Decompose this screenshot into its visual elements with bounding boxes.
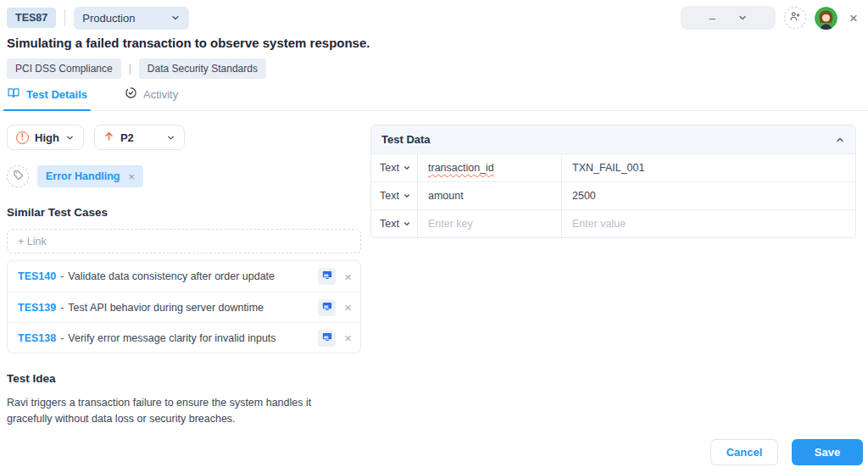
data-type-select[interactable]: Text	[371, 154, 418, 181]
test-case-title: Verify error message clarity for invalid…	[68, 332, 275, 344]
dash-separator: -	[60, 332, 64, 344]
priority-select[interactable]: P2	[94, 125, 185, 150]
data-key-field[interactable]: Enter key	[418, 210, 562, 237]
data-key-placeholder: Enter key	[428, 218, 473, 230]
dash-separator: -	[60, 302, 64, 314]
data-key-value: transaction_id	[428, 162, 494, 174]
chevron-down-icon	[403, 192, 411, 200]
chevron-down-icon	[403, 220, 411, 228]
test-data-row: Text transaction_id TXN_FAIL_001	[371, 153, 855, 181]
data-key-field[interactable]: amount	[418, 182, 562, 209]
test-data-row: Text amount 2500	[371, 181, 855, 209]
row-actions: ×	[318, 268, 352, 285]
test-data-title: Test Data	[381, 133, 431, 146]
data-value-field[interactable]: Enter value	[562, 210, 855, 237]
chevron-down-icon	[403, 164, 411, 172]
topbar-divider	[64, 9, 65, 26]
monitor-icon	[321, 331, 333, 345]
test-case-detail-page: TES87 Production –	[0, 0, 868, 473]
row-actions: ×	[318, 299, 352, 316]
unlink-icon[interactable]: ×	[344, 300, 352, 314]
tab-test-details[interactable]: Test Details	[7, 86, 87, 110]
tag-chip-error-handling[interactable]: Error Handling ×	[37, 165, 143, 187]
tab-label: Activity	[143, 88, 178, 101]
close-icon[interactable]: ×	[846, 9, 861, 27]
activity-icon	[125, 86, 137, 102]
data-key-value: amount	[428, 190, 464, 202]
open-preview-button[interactable]	[318, 268, 336, 285]
content: ! High P2	[0, 111, 868, 428]
alert-circle-icon: !	[16, 131, 29, 144]
test-idea-heading: Test Idea	[7, 372, 361, 385]
test-case-id-link[interactable]: TES140	[18, 270, 56, 282]
add-assignee-button[interactable]	[784, 7, 806, 29]
test-id-badge: TES87	[7, 8, 56, 28]
data-type-select[interactable]: Text	[371, 182, 418, 209]
labels-row: PCI DSS Compliance | Data Security Stand…	[0, 50, 868, 79]
book-icon	[7, 86, 20, 102]
test-data-row: Text Enter key Enter value	[371, 209, 855, 237]
similar-test-case-list: TES140 - Validate data consistency after…	[7, 260, 361, 353]
test-data-panel: Test Data Text transaction_id TXN_FAIL_0…	[370, 125, 856, 238]
page-title: Simulating a failed transaction to obser…	[0, 29, 868, 50]
link-test-case-input[interactable]: + Link	[7, 229, 361, 253]
add-tag-button[interactable]	[7, 165, 29, 187]
attribute-selects: ! High P2	[7, 125, 361, 150]
footer-actions: Cancel Save	[710, 439, 863, 465]
similar-test-cases-heading: Similar Test Cases	[7, 206, 361, 219]
test-case-id-link[interactable]: TES138	[18, 332, 56, 344]
data-type-value: Text	[380, 162, 399, 174]
data-type-select[interactable]: Text	[371, 210, 418, 237]
environment-select[interactable]: Production	[74, 7, 189, 30]
unlink-icon[interactable]: ×	[344, 331, 352, 345]
severity-value: High	[35, 131, 59, 144]
label-chip[interactable]: Data Security Standards	[139, 58, 266, 79]
tags-row: Error Handling ×	[7, 165, 361, 187]
test-case-row: TES140 - Validate data consistency after…	[8, 261, 360, 292]
chevron-up-icon[interactable]	[835, 135, 845, 145]
data-value-text: 2500	[572, 190, 596, 202]
row-actions: ×	[318, 330, 352, 347]
open-preview-button[interactable]	[318, 330, 336, 347]
user-avatar[interactable]	[815, 7, 837, 30]
tab-activity[interactable]: Activity	[125, 86, 178, 110]
environment-select-value: Production	[82, 12, 135, 25]
link-placeholder: + Link	[18, 236, 47, 248]
topbar-right: – ×	[681, 6, 861, 30]
data-value-text: TXN_FAIL_001	[572, 162, 644, 174]
remove-tag-icon[interactable]: ×	[129, 170, 136, 183]
chevron-down-icon	[166, 133, 175, 142]
test-case-row: TES138 - Verify error message clarity fo…	[8, 322, 360, 353]
chevron-down-icon	[65, 133, 75, 142]
label-chip[interactable]: PCI DSS Compliance	[7, 58, 121, 79]
cancel-button[interactable]: Cancel	[710, 439, 778, 465]
severity-select[interactable]: ! High	[7, 125, 84, 150]
open-preview-button[interactable]	[318, 299, 336, 316]
data-value-field[interactable]: 2500	[562, 182, 855, 209]
test-data-header[interactable]: Test Data	[371, 125, 855, 153]
unlink-icon[interactable]: ×	[344, 270, 352, 284]
person-plus-icon	[789, 10, 801, 25]
save-button[interactable]: Save	[792, 439, 863, 465]
status-select[interactable]: –	[681, 6, 776, 30]
data-type-value: Text	[380, 190, 399, 202]
dash-separator: -	[60, 270, 64, 282]
data-type-value: Text	[380, 218, 399, 230]
priority-value: P2	[120, 131, 134, 144]
label-separator: |	[129, 63, 131, 75]
test-case-row: TES139 - Test API behavior during server…	[8, 292, 360, 322]
arrow-up-icon	[103, 131, 114, 144]
test-case-title: Validate data consistency after order up…	[68, 270, 275, 282]
data-key-field[interactable]: transaction_id	[418, 154, 562, 181]
test-case-id-link[interactable]: TES139	[18, 302, 56, 314]
data-value-placeholder: Enter value	[572, 218, 626, 230]
left-column: ! High P2	[7, 125, 361, 428]
chevron-down-icon	[737, 13, 748, 23]
status-select-value: –	[709, 12, 715, 25]
tab-label: Test Details	[26, 88, 87, 101]
monitor-icon	[321, 301, 333, 314]
test-case-title: Test API behavior during server downtime	[68, 302, 264, 314]
tag-icon	[13, 169, 24, 184]
data-value-field[interactable]: TXN_FAIL_001	[562, 154, 855, 181]
monitor-icon	[321, 270, 333, 283]
